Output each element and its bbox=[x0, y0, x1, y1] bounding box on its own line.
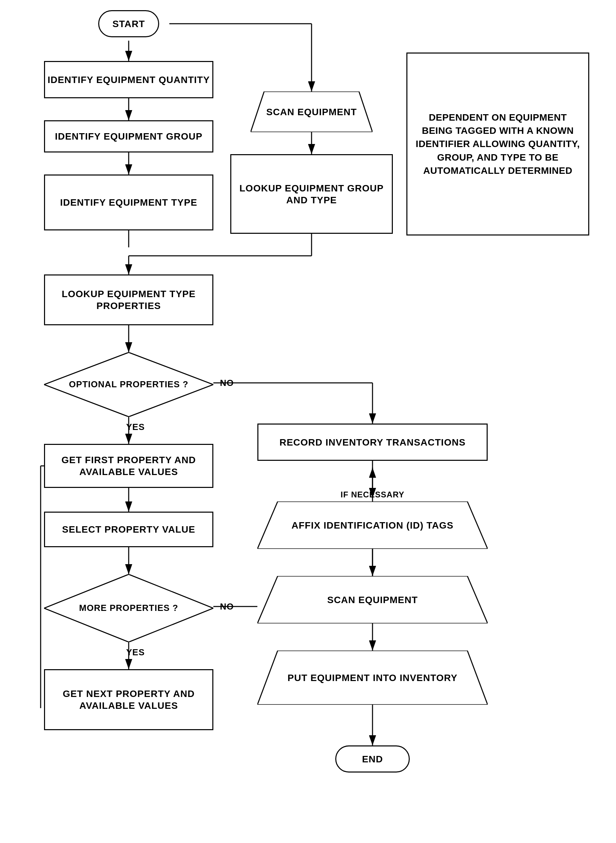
get-next-prop-node: GET NEXT PROPERTY AND AVAILABLE VALUES bbox=[44, 669, 213, 730]
optional-yes-label: YES bbox=[122, 420, 149, 434]
lookup-group-type-node: LOOKUP EQUIPMENT GROUP AND TYPE bbox=[230, 154, 393, 234]
more-props-node: MORE PROPERTIES ? bbox=[44, 574, 213, 642]
affix-tags-node: AFFIX IDENTIFICATION (ID) TAGS bbox=[257, 501, 488, 549]
select-prop-value-node: SELECT PROPERTY VALUE bbox=[44, 512, 213, 547]
identify-qty-node: IDENTIFY EQUIPMENT QUANTITY bbox=[44, 61, 213, 98]
more-no-label: NO bbox=[213, 600, 241, 613]
put-inventory-node: PUT EQUIPMENT INTO INVENTORY bbox=[257, 651, 488, 705]
optional-no-label: NO bbox=[213, 376, 241, 390]
optional-props-node: OPTIONAL PROPERTIES ? bbox=[44, 352, 213, 417]
more-yes-label: YES bbox=[122, 645, 149, 659]
identify-group-node: IDENTIFY EQUIPMENT GROUP bbox=[44, 120, 213, 153]
if-necessary-label: IF NECESSARY bbox=[312, 488, 433, 501]
lookup-type-props-node: LOOKUP EQUIPMENT TYPE PROPERTIES bbox=[44, 275, 213, 325]
scan-equipment-bottom-node: SCAN EQUIPMENT bbox=[257, 576, 488, 623]
scan-equipment-top-node: SCAN EQUIPMENT bbox=[251, 91, 373, 132]
record-inventory-node: RECORD INVENTORY TRANSACTIONS bbox=[257, 423, 488, 461]
get-first-prop-node: GET FIRST PROPERTY AND AVAILABLE VALUES bbox=[44, 444, 213, 488]
start-node: START bbox=[98, 10, 159, 37]
end-node: END bbox=[335, 745, 410, 773]
flowchart: START IDENTIFY EQUIPMENT QUANTITY IDENTI… bbox=[0, 0, 616, 843]
identify-type-node: IDENTIFY EQUIPMENT TYPE bbox=[44, 175, 213, 231]
note-box: DEPENDENT ON EQUIPMENT BEING TAGGED WITH… bbox=[406, 53, 589, 235]
